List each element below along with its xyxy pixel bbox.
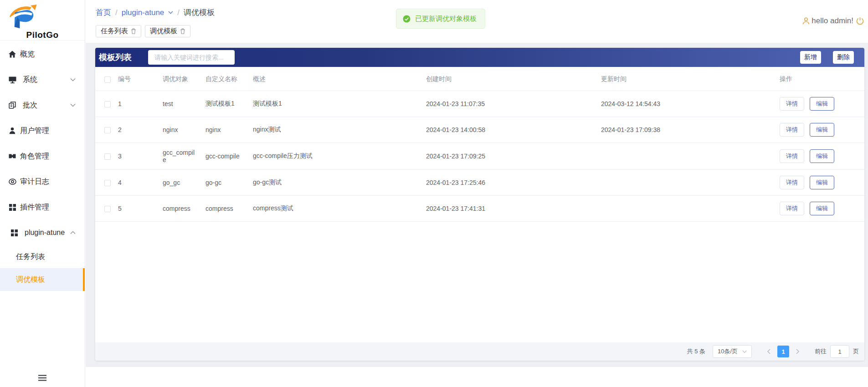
tab-tuning-template[interactable]: 调优模板	[145, 25, 190, 37]
cell-created: 2024-01-23 11:07:35	[426, 91, 601, 117]
goto-page-input[interactable]	[830, 345, 849, 358]
search-input[interactable]	[154, 54, 237, 61]
app-name: PilotGo	[0, 30, 85, 40]
breadcrumb-home[interactable]: 首页	[96, 7, 111, 18]
audit-eye-icon	[8, 177, 17, 186]
table-row: 3 gcc_compile gcc-compile gcc-compile压力测…	[95, 143, 864, 170]
cell-target: go_gc	[163, 170, 205, 196]
column-header-target: 调优对象	[163, 67, 205, 91]
page-unit-label: 页	[853, 347, 859, 356]
column-header-desc: 概述	[253, 67, 426, 91]
next-page-button[interactable]	[793, 346, 803, 357]
grid-icon	[8, 203, 17, 212]
sidebar-item-label: 批次	[23, 101, 37, 110]
batch-icon	[8, 101, 17, 110]
sidebar-item-label: 概览	[20, 50, 35, 59]
sidebar-item-label: 角色管理	[20, 152, 49, 161]
detail-button[interactable]: 详情	[780, 149, 804, 163]
edit-button[interactable]: 编辑	[810, 97, 834, 111]
detail-button[interactable]: 详情	[780, 97, 804, 111]
role-icon	[8, 152, 17, 161]
select-all-checkbox[interactable]	[104, 76, 111, 83]
cell-name: nginx	[205, 117, 253, 143]
page-number-button[interactable]: 1	[777, 346, 789, 357]
sidebar-item-overview[interactable]: 概览	[0, 41, 85, 67]
detail-button[interactable]: 详情	[780, 202, 804, 215]
search-box	[148, 50, 235, 65]
tab-task-list[interactable]: 任务列表	[96, 25, 141, 37]
cell-desc: gcc-compile压力测试	[253, 143, 426, 170]
card-title: 模板列表	[99, 52, 132, 63]
sidebar-item-label: 系统	[23, 75, 37, 85]
trash-icon[interactable]	[180, 28, 185, 34]
add-button[interactable]: 新增	[800, 51, 821, 64]
cell-id: 5	[118, 196, 163, 222]
user-area: hello admin!	[802, 16, 864, 25]
cell-target: compress	[163, 196, 205, 222]
cell-updated: 2024-01-23 17:09:38	[601, 117, 780, 143]
chevron-down-icon[interactable]	[168, 11, 173, 14]
active-indicator	[83, 268, 85, 291]
submenu-item-task-list[interactable]: 任务列表	[0, 245, 85, 268]
row-checkbox[interactable]	[104, 101, 111, 107]
cell-name: compress	[205, 196, 253, 222]
sidebar-item-plugin-atune[interactable]: plugin-atune	[0, 220, 85, 245]
sidebar-item-roles[interactable]: 角色管理	[0, 143, 85, 169]
submenu-item-label: 调优模板	[16, 275, 45, 285]
cell-name: gcc-compile	[205, 143, 253, 170]
chevron-right-icon	[796, 349, 800, 354]
sidebar-item-system[interactable]: 系统	[0, 67, 85, 92]
sidebar-item-label: plugin-atune	[25, 229, 65, 237]
edit-button[interactable]: 编辑	[810, 123, 834, 137]
submenu-item-label: 任务列表	[16, 252, 45, 262]
toast-message: 已更新调优对象模板	[415, 15, 477, 23]
sidebar-collapse-button[interactable]	[0, 372, 85, 384]
row-checkbox[interactable]	[104, 180, 111, 186]
detail-button[interactable]: 详情	[780, 176, 804, 189]
detail-button[interactable]: 详情	[780, 123, 804, 137]
user-greeting: hello admin!	[812, 16, 853, 25]
sidebar-item-batch[interactable]: 批次	[0, 92, 85, 118]
main-area: 首页 / plugin-atune / 调优模板 任务列表 调优模板 已更新调优…	[86, 0, 868, 387]
edit-button[interactable]: 编辑	[810, 176, 834, 189]
row-checkbox[interactable]	[104, 153, 111, 160]
column-header-name: 自定义名称	[205, 67, 253, 91]
row-checkbox[interactable]	[104, 127, 111, 133]
delete-button[interactable]: 删除	[833, 51, 854, 64]
breadcrumb-separator: /	[177, 8, 180, 17]
user-icon	[8, 126, 17, 135]
edit-button[interactable]: 编辑	[810, 202, 834, 215]
card-header: 模板列表 新增 删除	[95, 48, 864, 67]
row-checkbox[interactable]	[104, 206, 111, 212]
page-size-select[interactable]: 10条/页	[713, 345, 752, 358]
sidebar-item-audit[interactable]: 审计日志	[0, 169, 85, 194]
sidebar-item-plugins[interactable]: 插件管理	[0, 194, 85, 220]
cell-created: 2024-01-23 17:09:25	[426, 143, 601, 170]
cell-id: 2	[118, 117, 163, 143]
pagination-total: 共 5 条	[687, 347, 705, 356]
sidebar-item-label: 审计日志	[20, 177, 49, 187]
success-toast: 已更新调优对象模板	[396, 9, 485, 29]
breadcrumb-plugin[interactable]: plugin-atune	[122, 8, 164, 17]
pilotgo-logo-icon	[0, 4, 44, 29]
pagination-bar: 共 5 条 10条/页 1 前往 页	[95, 342, 864, 361]
user-outline-icon	[802, 17, 810, 25]
sidebar-item-users[interactable]: 用户管理	[0, 118, 85, 143]
logout-button[interactable]	[856, 17, 864, 25]
submenu-item-tuning-template[interactable]: 调优模板	[0, 268, 85, 291]
cell-id: 4	[118, 170, 163, 196]
prev-page-button[interactable]	[764, 346, 774, 357]
cell-id: 3	[118, 143, 163, 170]
cell-updated	[601, 196, 780, 222]
edit-button[interactable]: 编辑	[810, 149, 834, 163]
sidebar-item-label: 插件管理	[20, 203, 49, 212]
chevron-down-icon	[70, 78, 76, 81]
tab-label: 任务列表	[101, 27, 128, 36]
column-header-updated: 更新时间	[601, 67, 780, 91]
trash-icon[interactable]	[131, 28, 136, 34]
table-row: 1 test 测试模板1 测试模板1 2024-01-23 11:07:35 2…	[95, 91, 864, 117]
cell-desc: go-gc测试	[253, 170, 426, 196]
grid-icon	[10, 228, 19, 237]
cell-created: 2024-01-23 14:00:58	[426, 117, 601, 143]
cell-target: gcc_compile	[163, 143, 205, 170]
